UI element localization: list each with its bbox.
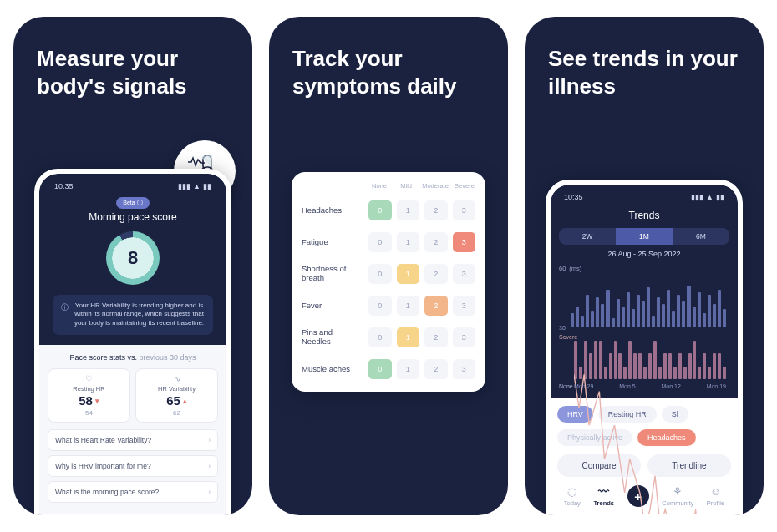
- symptom-row: Muscle aches0123: [302, 353, 475, 385]
- status-time: 10:35: [564, 193, 583, 201]
- severity-header: None Mild Moderate Severe: [302, 182, 475, 190]
- severity-cell-3[interactable]: 3: [453, 327, 476, 347]
- panel-measure: Measure your body's signals 10:35 ▮▮▮ ▲ …: [13, 17, 252, 515]
- faq-item[interactable]: What is the morning pace score? ›: [48, 481, 218, 503]
- stat-label: HR Variability: [140, 385, 214, 393]
- symptom-name: Muscle aches: [302, 365, 363, 374]
- wifi-icon: ▲: [193, 182, 201, 190]
- phone-mock-pace: 10:35 ▮▮▮ ▲ ▮▮ Beta ⓘ Morning pace score…: [34, 169, 231, 515]
- panel-trends: See trends in your illness 10:35 ▮▮▮ ▲ ▮…: [525, 17, 764, 515]
- stat-label: Resting HR: [52, 385, 126, 393]
- severity-header-none: None: [368, 182, 390, 190]
- pace-score-note-text: Your HR Variability is trending higher a…: [74, 301, 205, 328]
- wifi-icon: ▲: [706, 193, 714, 201]
- date-range: 26 Aug - 25 Sep 2022: [559, 250, 729, 258]
- severity-cell-3[interactable]: 3: [453, 296, 476, 316]
- chart-hrv: 30: [559, 274, 729, 327]
- severity-cell-1[interactable]: 1: [397, 359, 420, 379]
- symptom-row: Pins and Needles0123: [302, 322, 475, 353]
- faq-item[interactable]: What is Heart Rate Variability? ›: [48, 429, 218, 451]
- chevron-right-icon: ›: [208, 436, 211, 444]
- severity-cell-0[interactable]: 0: [368, 296, 392, 316]
- severity-cell-1[interactable]: 1: [397, 327, 420, 347]
- faq-label: What is the morning pace score?: [55, 488, 159, 496]
- symptom-name: Fatigue: [302, 238, 363, 247]
- pace-score-note: ⓘ Your HR Variability is trending higher…: [53, 295, 213, 335]
- chevron-right-icon: ›: [208, 488, 211, 496]
- faq-label: Why is HRV important for me?: [55, 462, 151, 470]
- severity-cell-1[interactable]: 1: [397, 232, 420, 252]
- severity-cell-3[interactable]: 3: [453, 264, 476, 284]
- pace-stats-title: Pace score stats vs. previous 30 days: [48, 353, 218, 362]
- severity-cell-3[interactable]: 3: [453, 232, 476, 252]
- trend-down-icon: ▾: [95, 397, 99, 405]
- panel-measure-heading: Measure your body's signals: [13, 17, 252, 99]
- trend-up-icon: ▴: [183, 397, 187, 405]
- severity-header-moderate: Moderate: [422, 182, 449, 190]
- severity-cell-3[interactable]: 3: [453, 359, 476, 379]
- segment-1m[interactable]: 1M: [616, 228, 673, 245]
- stat-card-hrv[interactable]: ∿ HR Variability 65▴ 62: [135, 368, 218, 423]
- panel-track-heading: Track your symptoms daily: [269, 17, 508, 99]
- chevron-right-icon: ›: [208, 462, 211, 470]
- stat-value: 58: [79, 393, 93, 408]
- symptom-row: Fever0123: [302, 290, 475, 322]
- severity-cell-2[interactable]: 2: [424, 296, 448, 316]
- signal-icon: ▮▮▮: [178, 182, 190, 190]
- severity-header-severe: Severe: [454, 182, 475, 190]
- stat-prev: 54: [52, 409, 126, 417]
- symptom-name: Pins and Needles: [302, 328, 363, 347]
- battery-icon: ▮▮: [203, 182, 211, 190]
- y-unit: (ms): [569, 265, 581, 272]
- panel-track: Track your symptoms daily None Mild Mode…: [269, 17, 508, 515]
- severity-cell-2[interactable]: 2: [424, 264, 448, 284]
- segment-2w[interactable]: 2W: [559, 228, 616, 245]
- trends-title: Trends: [559, 210, 729, 221]
- symptom-name: Shortness of breath: [302, 265, 363, 283]
- y-tick-60: 60: [559, 265, 566, 272]
- symptom-row: Fatigue0123: [302, 226, 475, 258]
- panel-trends-heading: See trends in your illness: [525, 17, 764, 99]
- severity-cell-0[interactable]: 0: [368, 232, 392, 252]
- chart-severity: Severe None Mon 29Mon 5Mon 12Mon 19: [559, 336, 729, 388]
- faq-label: What is Heart Rate Variability?: [55, 436, 151, 444]
- severity-cell-2[interactable]: 2: [424, 359, 448, 379]
- faq-item[interactable]: Why is HRV important for me? ›: [48, 455, 218, 477]
- severity-cell-0[interactable]: 0: [368, 200, 392, 220]
- heart-icon: ♡: [52, 374, 126, 383]
- y-label-none: None: [559, 383, 573, 389]
- beta-badge: Beta ⓘ: [116, 197, 149, 209]
- symptom-tracker-card: None Mild Moderate Severe Headaches0123F…: [292, 172, 485, 392]
- severity-cell-1[interactable]: 1: [397, 264, 420, 284]
- status-bar: 10:35 ▮▮▮ ▲ ▮▮: [49, 182, 216, 197]
- x-tick: Mon 5: [619, 383, 635, 389]
- x-tick: Mon 29: [574, 383, 593, 389]
- severity-cell-0[interactable]: 0: [368, 327, 392, 347]
- pace-score-circle: 8: [106, 231, 160, 285]
- stat-prev: 62: [140, 409, 214, 417]
- severity-cell-2[interactable]: 2: [424, 200, 448, 220]
- severity-cell-2[interactable]: 2: [424, 327, 448, 347]
- stat-value: 65: [166, 393, 180, 408]
- severity-cell-1[interactable]: 1: [397, 296, 420, 316]
- status-bar: 10:35 ▮▮▮ ▲ ▮▮: [559, 193, 729, 208]
- pulse-icon: ∿: [140, 374, 214, 383]
- severity-cell-2[interactable]: 2: [424, 232, 448, 252]
- timeframe-segmented[interactable]: 2W1M6M: [559, 228, 729, 245]
- segment-6m[interactable]: 6M: [673, 228, 729, 245]
- info-icon: ⓘ: [61, 302, 69, 328]
- symptom-name: Headaches: [302, 206, 363, 215]
- severity-cell-3[interactable]: 3: [453, 200, 476, 220]
- x-tick: Mon 19: [707, 383, 726, 389]
- severity-cell-0[interactable]: 0: [368, 264, 392, 284]
- y-label-severe: Severe: [559, 334, 577, 340]
- symptom-row: Shortness of breath0123: [302, 258, 475, 290]
- symptom-row: Headaches0123: [302, 195, 475, 226]
- morning-pace-title: Morning pace score: [49, 211, 216, 223]
- stat-card-resting-hr[interactable]: ♡ Resting HR 58▾ 54: [48, 368, 130, 423]
- severity-cell-1[interactable]: 1: [397, 200, 420, 220]
- severity-cell-0[interactable]: 0: [368, 359, 392, 379]
- severity-header-mild: Mild: [395, 182, 417, 190]
- phone-mock-trends: 10:35 ▮▮▮ ▲ ▮▮ Trends 2W1M6M 26 Aug - 25…: [546, 180, 743, 515]
- symptom-name: Fever: [302, 301, 363, 311]
